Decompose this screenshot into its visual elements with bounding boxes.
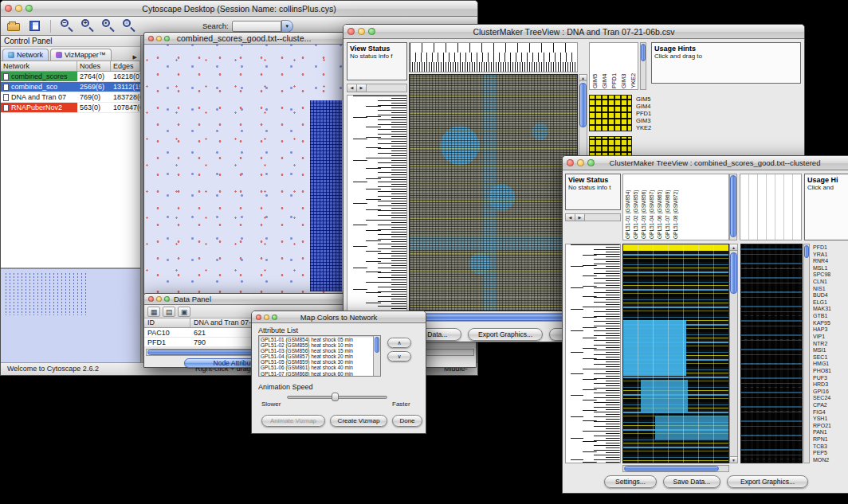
- scroll-up-icon[interactable]: ▲: [729, 244, 738, 251]
- scroll-left-icon[interactable]: ◀: [566, 214, 575, 221]
- network-canvas[interactable]: [144, 45, 344, 294]
- attribute-item[interactable]: GPL51-06 (GSM861) heat shock 40 min: [261, 365, 372, 370]
- scroll-down-icon[interactable]: ▼: [729, 456, 738, 463]
- gene-label[interactable]: TCB3: [813, 443, 848, 449]
- gene-label[interactable]: HAP3: [813, 326, 848, 332]
- cytoscape-title-bar[interactable]: Cytoscape Desktop (Session Name: collins…: [1, 1, 477, 17]
- minimize-icon[interactable]: [577, 159, 584, 166]
- column-label[interactable]: GPL51-06 (GSM865): [657, 175, 662, 239]
- gene-label[interactable]: YRA1: [813, 252, 848, 257]
- gene-label[interactable]: MSL1: [813, 265, 848, 271]
- attribute-item[interactable]: GPL51-02 (GSM855) heat shock 10 min: [261, 342, 372, 348]
- export-graphics-button[interactable]: Export Graphics...: [727, 475, 808, 488]
- scroll-left-icon[interactable]: ◀: [347, 84, 357, 92]
- gene-label[interactable]: MSI1: [813, 347, 848, 353]
- gene-label[interactable]: PHO81: [813, 368, 848, 373]
- gene-label[interactable]: NIS1: [813, 286, 848, 291]
- attribute-item[interactable]: GPL51-05 (GSM859) heat shock 30 min: [261, 359, 372, 365]
- zoom-out-button[interactable]: −: [59, 18, 75, 34]
- gene-label[interactable]: ELG1: [813, 299, 848, 305]
- gene-label[interactable]: YKE2: [636, 124, 666, 131]
- scroll-right-icon[interactable]: ▶: [357, 84, 367, 92]
- dense-subnetwork-cluster[interactable]: [310, 100, 342, 291]
- gene-label[interactable]: GIM5: [636, 96, 666, 103]
- attribute-item[interactable]: GPL51-01 (GSM854) heat shock 05 min: [261, 337, 372, 342]
- scrollbar-thumb[interactable]: [730, 252, 737, 294]
- network-row-dna-tran[interactable]: DNA and Tran 07 769(0) 183728(0): [1, 92, 140, 103]
- gene-label[interactable]: PUF3: [813, 375, 848, 381]
- scrollbar-thumb[interactable]: [641, 44, 646, 61]
- minimize-icon[interactable]: [156, 296, 162, 302]
- attribute-item[interactable]: GPL51-04 (GSM857) heat shock 20 min: [261, 354, 372, 359]
- slider-thumb[interactable]: [332, 393, 339, 401]
- create-vizmap-button[interactable]: Create Vizmap: [330, 415, 387, 427]
- zoom-window-icon[interactable]: [272, 315, 277, 320]
- done-button[interactable]: Done: [392, 415, 422, 427]
- gene-label[interactable]: SEC24: [813, 395, 848, 400]
- scrollbar-thumb[interactable]: [624, 466, 719, 471]
- gene-label[interactable]: GIM4: [636, 103, 666, 110]
- gene-label[interactable]: YSH1: [813, 416, 848, 421]
- gene-label[interactable]: SPC98: [813, 272, 848, 277]
- gene-label[interactable]: BUD4: [813, 292, 848, 298]
- move-up-button[interactable]: ∧: [387, 338, 411, 348]
- gene-label[interactable]: CLN1: [813, 279, 848, 284]
- close-icon[interactable]: [148, 296, 154, 302]
- column-label[interactable]: GPL51-07 (GSM869): [665, 175, 670, 239]
- attribute-db-icon[interactable]: ▣: [178, 307, 190, 317]
- scrollbar-thumb[interactable]: [375, 337, 379, 353]
- attribute-list-icon[interactable]: ▤: [163, 307, 175, 317]
- row-dendrogram[interactable]: [565, 244, 621, 463]
- network-row-combined-scores[interactable]: combined_scores 2764(0) 16218(0): [1, 72, 140, 82]
- scroll-right-icon[interactable]: ▶: [575, 214, 585, 221]
- close-icon[interactable]: [347, 28, 355, 35]
- labels-vscrollbar[interactable]: [640, 42, 646, 90]
- search-input[interactable]: [232, 21, 281, 32]
- zoom-fit-button[interactable]: ▫: [121, 18, 137, 34]
- zoom-heatmap-selection[interactable]: [589, 95, 632, 131]
- zoom-window-icon[interactable]: [164, 296, 170, 302]
- heatmap-hscrollbar[interactable]: [622, 465, 729, 472]
- export-graphics-button[interactable]: Export Graphics...: [468, 328, 543, 341]
- attribute-listbox[interactable]: GPL51-01 (GSM854) heat shock 05 minGPL51…: [258, 335, 381, 377]
- column-edges[interactable]: Edges: [111, 61, 140, 71]
- network-view-title-bar[interactable]: combined_scores_good.txt--cluste...: [144, 33, 344, 45]
- heatmap-canvas[interactable]: [409, 74, 578, 311]
- minimize-icon[interactable]: [156, 36, 162, 41]
- gene-label[interactable]: SEC1: [813, 354, 848, 360]
- tab-network[interactable]: Network: [2, 49, 49, 61]
- column-nodes[interactable]: Nodes: [77, 61, 111, 71]
- combo-arrow-icon[interactable]: ▼: [281, 20, 293, 33]
- gene-label[interactable]: GIM3: [636, 117, 666, 124]
- gene-label[interactable]: PFD1: [636, 110, 666, 117]
- dialog-title-bar[interactable]: Map Colors to Network: [252, 311, 426, 323]
- zoom-window-icon[interactable]: [164, 36, 170, 41]
- scroll-up-icon[interactable]: ▲: [579, 74, 587, 81]
- gene-label[interactable]: CPA2: [813, 402, 848, 408]
- gene-label[interactable]: MAK31: [813, 306, 848, 311]
- scrollbar-thumb[interactable]: [418, 314, 565, 321]
- column-label[interactable]: GIM4: [601, 44, 608, 88]
- scrollbar-thumb[interactable]: [730, 175, 736, 237]
- dendrogram-hscrollbar[interactable]: ◀ ▶: [565, 213, 621, 221]
- gene-label[interactable]: GTB1: [813, 313, 848, 318]
- scrollbar-thumb[interactable]: [579, 83, 587, 127]
- gene-label[interactable]: PAN1: [813, 429, 848, 435]
- gene-label[interactable]: GPI16: [813, 389, 848, 394]
- column-label[interactable]: PFD1: [610, 44, 618, 88]
- gene-label[interactable]: KAP95: [813, 320, 848, 326]
- column-label[interactable]: GPL51-03 (GSM856): [641, 175, 646, 239]
- animate-vizmap-button[interactable]: Animate Vizmap: [261, 415, 325, 427]
- attribute-item[interactable]: GPL51-07 (GSM868) heat shock 60 min: [261, 371, 372, 377]
- attribute-grid-icon[interactable]: ▦: [147, 307, 160, 317]
- close-icon[interactable]: [148, 36, 154, 41]
- column-label[interactable]: GPL51-04 (GSM857): [649, 175, 654, 239]
- gene-label[interactable]: FIG4: [813, 409, 848, 415]
- zoom-vscrollbar[interactable]: [803, 244, 810, 463]
- tab-vizmapper[interactable]: VizMapper™: [50, 49, 112, 61]
- gene-label[interactable]: NTR2: [813, 341, 848, 346]
- close-icon[interactable]: [567, 159, 574, 166]
- gene-label[interactable]: PFD1: [813, 244, 848, 250]
- column-label[interactable]: GIM5: [591, 44, 599, 88]
- search-combobox[interactable]: ▼: [232, 20, 293, 33]
